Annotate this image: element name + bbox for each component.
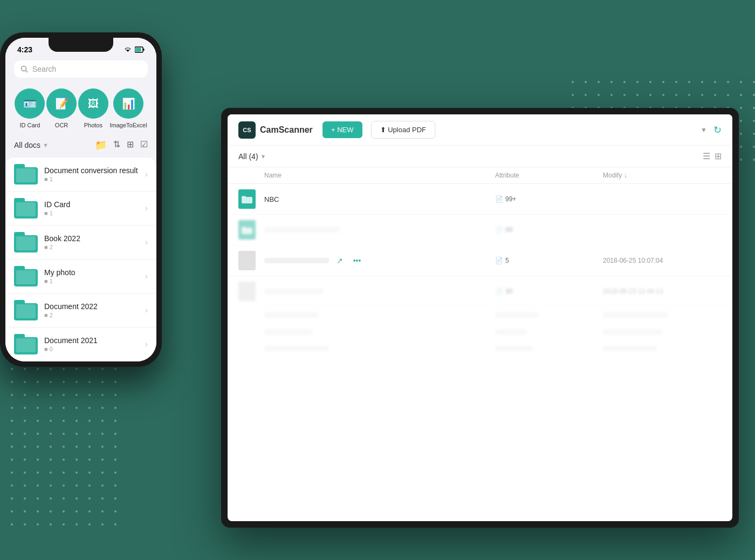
folder-icon <box>14 300 38 320</box>
table-row[interactable]: NBC 📄 99+ <box>228 184 732 215</box>
list-item[interactable]: Book 2022 ■ 2 › <box>5 226 156 259</box>
phone-frame: 4:23 Search <box>0 32 162 367</box>
header-right-actions: ▼ ↻ <box>701 124 722 136</box>
file-name: ↗ ••• <box>264 254 495 267</box>
id-card-label: ID Card <box>19 122 40 128</box>
doc-name: Document 2021 <box>44 336 139 345</box>
status-time: 4:23 <box>17 45 32 54</box>
list-item[interactable]: Document conversion result ■ 1 › <box>5 158 156 192</box>
dot-pattern-bottom-left <box>11 355 108 506</box>
folder-icon <box>14 334 38 354</box>
doc-info: My photo ■ 1 <box>44 268 139 284</box>
doc-info: Book 2022 ■ 2 <box>44 234 139 250</box>
select-docs-icon[interactable]: ☑ <box>140 139 148 151</box>
modify-date: 2018-06-23 12:44:13 <box>603 288 722 295</box>
attr-badge: 📄 30 <box>495 288 603 295</box>
doc-info: Document 2022 ■ 2 <box>44 302 139 318</box>
folder-thumb <box>238 220 256 240</box>
list-item[interactable]: ID Card ■ 1 › <box>5 192 156 226</box>
svg-point-7 <box>22 66 26 71</box>
svg-line-8 <box>26 71 28 73</box>
web-header: CS CamScanner + NEW ⬆ Upload PDF ▼ ↻ <box>228 114 732 146</box>
svg-rect-6 <box>136 48 141 52</box>
search-icon <box>20 65 28 73</box>
app-logo-name: CamScanner <box>260 125 313 135</box>
doc-count: ■ 0 <box>44 346 139 352</box>
list-view-icon[interactable]: ☰ <box>703 151 710 161</box>
folder-icon <box>14 198 38 218</box>
attr-badge: 📄 99+ <box>495 195 603 203</box>
search-placeholder: Search <box>32 65 56 73</box>
all-count-label[interactable]: All (4) ▼ <box>238 152 266 161</box>
phone-search-bar[interactable]: Search <box>14 60 148 78</box>
folder-thumb <box>238 189 256 209</box>
row-actions: ↗ ••• <box>333 254 363 267</box>
action-image-to-excel[interactable]: 📊 ImageToExcel <box>110 88 147 128</box>
desktop-container: CS CamScanner + NEW ⬆ Upload PDF ▼ ↻ <box>124 108 739 528</box>
list-item[interactable]: Document 2022 ■ 2 › <box>5 293 156 327</box>
action-ocr[interactable]: 📝 OCR <box>46 88 77 128</box>
svg-rect-5 <box>143 49 145 51</box>
chevron-icon: › <box>145 305 148 315</box>
upload-pdf-button[interactable]: ⬆ Upload PDF <box>371 121 435 139</box>
phone-doc-list: Document conversion result ■ 1 › ID Card… <box>5 158 156 361</box>
action-id-card[interactable]: 🪪 ID Card <box>15 88 45 128</box>
status-icons <box>123 46 145 53</box>
refresh-icon[interactable]: ↻ <box>713 124 722 136</box>
table-row[interactable]: 📄 99 <box>228 215 732 245</box>
table-row[interactable]: ↗ ••• 📄 5 2018-06-25 10:07:04 <box>228 245 732 276</box>
ocr-label: OCR <box>55 122 68 128</box>
doc-count: ■ 2 <box>44 244 139 250</box>
doc-thumb <box>238 251 256 270</box>
doc-name: Document conversion result <box>44 166 139 175</box>
attr-badge: 📄 99 <box>495 226 603 234</box>
table-header: Name Attribute Modify ↓ <box>228 167 732 184</box>
col-attribute: Attribute <box>495 172 603 179</box>
table-row[interactable]: 📄 30 2018-06-23 12:44:13 <box>228 276 732 307</box>
doc-count: ■ 1 <box>44 278 139 284</box>
table-row[interactable] <box>228 307 732 324</box>
doc-name: ID Card <box>44 200 139 209</box>
grid-docs-icon[interactable]: ⊞ <box>127 139 134 151</box>
col-modify: Modify ↓ <box>603 172 722 179</box>
sort-icon[interactable]: ▼ <box>701 126 707 134</box>
chevron-icon: › <box>145 169 148 179</box>
new-folder-icon[interactable]: 📁 <box>95 139 107 151</box>
photos-label: Photos <box>84 122 102 128</box>
doc-info: ID Card ■ 1 <box>44 200 139 216</box>
logo-area: CS CamScanner <box>238 121 314 139</box>
toolbar-view-icons: ☰ ⊞ <box>703 151 722 161</box>
action-photos[interactable]: 🖼 Photos <box>78 88 108 128</box>
table-row[interactable] <box>228 340 732 357</box>
grid-view-icon[interactable]: ⊞ <box>715 151 722 161</box>
chevron-icon: › <box>145 339 148 349</box>
attr-badge: 📄 5 <box>495 257 603 264</box>
doc-count: ■ 1 <box>44 176 139 182</box>
new-button[interactable]: + NEW <box>322 121 362 138</box>
table-row[interactable] <box>228 324 732 340</box>
open-icon[interactable]: ↗ <box>333 254 346 267</box>
sort-docs-icon[interactable]: ⇅ <box>113 139 120 151</box>
svg-rect-1 <box>242 196 246 198</box>
laptop-screen: CS CamScanner + NEW ⬆ Upload PDF ▼ ↻ <box>228 114 732 521</box>
file-name <box>264 289 495 294</box>
more-icon[interactable]: ••• <box>351 254 363 267</box>
chevron-icon: › <box>145 237 148 247</box>
doc-name: Document 2022 <box>44 302 139 311</box>
svg-rect-3 <box>242 227 246 229</box>
doc-info: Document conversion result ■ 1 <box>44 166 139 182</box>
ocr-icon: 📝 <box>46 88 77 119</box>
col-name: Name <box>264 172 495 179</box>
image-to-excel-label: ImageToExcel <box>110 122 147 128</box>
all-docs-label[interactable]: All docs ▼ <box>14 141 49 149</box>
folder-icon <box>14 164 38 185</box>
doc-info: Document 2021 ■ 0 <box>44 336 139 352</box>
web-table: Name Attribute Modify ↓ NBC 📄 99+ <box>228 167 732 521</box>
laptop-frame: CS CamScanner + NEW ⬆ Upload PDF ▼ ↻ <box>221 108 739 528</box>
chevron-icon: › <box>145 271 148 281</box>
list-item[interactable]: My photo ■ 1 › <box>5 259 156 293</box>
list-item[interactable]: Document 2021 ■ 0 › <box>5 327 156 361</box>
modify-date: 2018-06-25 10:07:04 <box>603 257 722 264</box>
file-name <box>264 227 495 233</box>
file-name: NBC <box>264 195 495 203</box>
